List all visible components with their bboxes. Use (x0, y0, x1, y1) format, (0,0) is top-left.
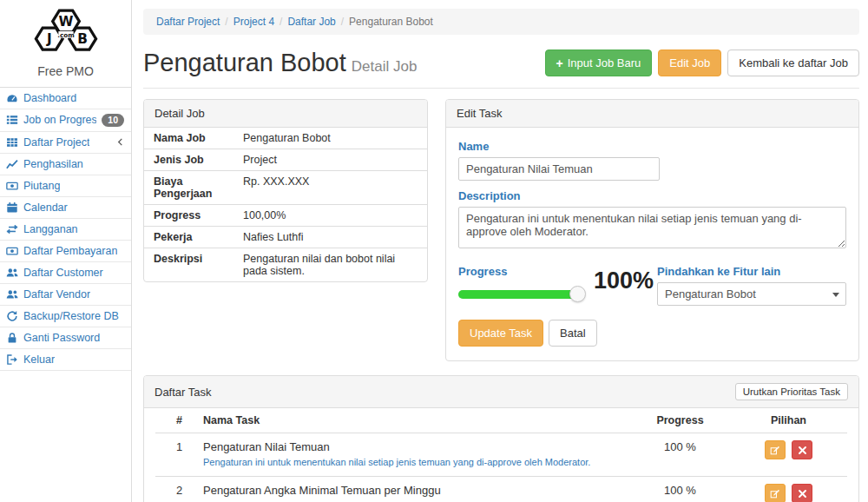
task-progress: 100 % (630, 440, 730, 453)
sidebar-item-daftar-project[interactable]: Daftar Project (0, 132, 131, 154)
sidebar-item-piutang[interactable]: Piutang (0, 175, 131, 197)
task-name-input[interactable] (458, 157, 660, 181)
breadcrumb-current: Pengaturan Bobot (349, 16, 433, 28)
progress-slider-handle[interactable] (569, 286, 586, 302)
svg-text:W: W (58, 14, 73, 30)
sidebar-item-job-on-progress[interactable]: Job on Progress 10 (0, 109, 131, 132)
sidebar-item-label: Piutang (23, 180, 60, 192)
detail-value: Pengaturan nilai dan bobot nilai pada si… (241, 248, 427, 281)
sidebar-item-backup-restore[interactable]: Backup/Restore DB (0, 306, 131, 327)
task-progress: 100 % (630, 484, 730, 497)
edit-task-panel: Edit Task Name Description Pengaturan in… (445, 99, 859, 361)
sidebar-item-label: Daftar Pembayaran (23, 245, 117, 257)
breadcrumb-separator: / (274, 16, 287, 28)
chevron-left-icon (116, 138, 124, 146)
sidebar-item-label: Dashboard (23, 92, 76, 104)
progress-slider-track[interactable] (458, 290, 578, 299)
col-header-progress: Progress (630, 414, 730, 426)
task-row-1: 1 Pengaturan Nilai Temuan Pengaturan ini… (155, 433, 847, 476)
dashboard-icon (6, 92, 18, 104)
detail-value: Nafies Luthfi (241, 227, 310, 248)
job-count-badge: 10 (102, 114, 124, 127)
update-task-button[interactable]: Update Task (458, 320, 543, 347)
breadcrumb-project-4[interactable]: Project 4 (233, 16, 274, 28)
sidebar-item-ganti-password[interactable]: Ganti Password (0, 327, 131, 349)
col-header-num: # (155, 414, 203, 426)
edit-task-panel-title: Edit Task (446, 100, 858, 128)
input-job-baru-button[interactable]: + Input Job Baru (545, 50, 653, 76)
task-table-header: # Nama Task Progress Pilihan (155, 408, 847, 433)
delete-task-button[interactable] (792, 440, 812, 459)
edit-task-button[interactable] (765, 440, 786, 459)
breadcrumb-separator: / (220, 16, 233, 28)
sidebar-item-label: Backup/Restore DB (23, 310, 119, 322)
header-buttons: + Input Job Baru Edit Job Kembali ke daf… (545, 50, 859, 76)
sidebar-item-dashboard[interactable]: Dashboard (0, 88, 131, 109)
breadcrumb: Daftar Project/Project 4/Daftar Job/Peng… (143, 9, 859, 35)
main-content: Daftar Project/Project 4/Daftar Job/Peng… (132, 0, 868, 502)
breadcrumb-daftar-project[interactable]: Daftar Project (156, 16, 220, 28)
task-name: Pengaturan Nilai Temuan (203, 440, 621, 453)
sidebar-item-label: Daftar Customer (23, 267, 103, 279)
sidebar-item-keluar[interactable]: Keluar (0, 349, 131, 371)
daftar-task-panel-title: Daftar Task (155, 386, 212, 399)
col-header-name: Nama Task (203, 414, 630, 426)
batal-button[interactable]: Batal (549, 320, 597, 347)
move-feature-select[interactable]: Pengaturan Bobot (657, 282, 846, 306)
sidebar: W J B .com Free PMO Dashboard Job on Pro… (0, 0, 132, 502)
sidebar-item-daftar-customer[interactable]: Daftar Customer (0, 262, 131, 284)
users-icon (6, 267, 18, 279)
sidebar-item-label: Daftar Project (23, 136, 89, 149)
table-icon (6, 136, 18, 149)
detail-value: Rp. XXX.XXX (241, 171, 316, 204)
sidebar-item-calendar[interactable]: Calendar (0, 197, 131, 219)
brand-name: Free PMO (3, 64, 128, 78)
line-chart-icon (6, 158, 18, 170)
sidebar-item-label: Job on Progress (23, 114, 96, 126)
exchange-icon (6, 223, 18, 235)
kembali-ke-daftar-job-button[interactable]: Kembali ke daftar Job (727, 50, 859, 76)
daftar-task-panel: Daftar Task Urutkan Prioritas Task # Nam… (143, 375, 859, 502)
refresh-icon (6, 310, 18, 322)
app-window: W J B .com Free PMO Dashboard Job on Pro… (0, 0, 868, 502)
sidebar-item-daftar-vendor[interactable]: Daftar Vendor (0, 284, 131, 306)
task-description-textarea[interactable]: Pengaturan ini untuk menentukan nilai se… (458, 207, 846, 248)
breadcrumb-daftar-job[interactable]: Daftar Job (287, 16, 335, 28)
name-label: Name (458, 140, 846, 153)
progress-label: Progress (458, 265, 578, 278)
urutkan-prioritas-button-top[interactable]: Urutkan Prioritas Task (735, 383, 848, 400)
edit-job-button[interactable]: Edit Job (658, 50, 721, 76)
svg-text:.com: .com (57, 31, 74, 39)
detail-row-jenis-job: Jenis Job Project (144, 149, 427, 171)
jwb-logo-icon: W J B .com (24, 45, 108, 60)
sidebar-item-daftar-pembayaran[interactable]: Daftar Pembayaran (0, 241, 131, 262)
sidebar-item-label: Penghasilan (23, 158, 83, 170)
progress-zone: Progress 100% Pindahkan ke Fitur lain (458, 262, 846, 306)
task-name: Pengaturan Angka Minimal Temuan per Ming… (203, 484, 621, 497)
sidebar-item-label: Ganti Password (23, 332, 100, 344)
money-icon (6, 180, 18, 192)
svg-text:J: J (45, 31, 51, 47)
detail-value: 100,00% (241, 205, 293, 226)
task-row-2: 2 Pengaturan Angka Minimal Temuan per Mi… (155, 476, 847, 502)
task-desc: Pengaturan ini untuk menentukan nilai se… (203, 456, 621, 469)
list-icon (6, 114, 18, 126)
detail-label: Nama Job (144, 128, 241, 149)
sidebar-item-penghasilan[interactable]: Penghasilan (0, 154, 131, 175)
sidebar-item-langganan[interactable]: Langganan (0, 219, 131, 241)
progress-slider[interactable] (458, 290, 578, 299)
delete-task-button[interactable] (792, 484, 812, 502)
calendar-icon (6, 201, 18, 214)
col-header-pilihan: Pilihan (730, 414, 847, 426)
sign-out-icon (6, 353, 18, 366)
description-label: Description (458, 189, 846, 202)
move-feature-label: Pindahkan ke Fitur lain (657, 265, 846, 278)
detail-label: Pekerja (144, 227, 241, 248)
sidebar-item-label: Daftar Vendor (23, 288, 90, 301)
detail-row-biaya: Biaya Pengerjaan Rp. XXX.XXX (144, 171, 427, 205)
caret-down-icon (832, 293, 839, 297)
task-num: 2 (155, 484, 203, 497)
money-icon (6, 245, 18, 257)
detail-label: Biaya Pengerjaan (144, 171, 241, 204)
edit-task-button[interactable] (765, 484, 786, 502)
